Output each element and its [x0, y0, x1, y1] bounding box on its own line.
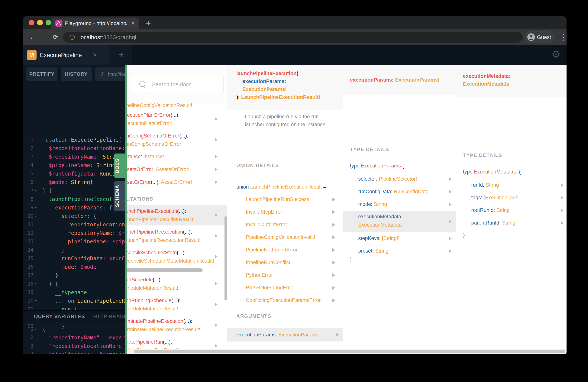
code-line-20[interactable]: 20▾ ... on LaunchPipelineRunSuccess {: [22, 297, 125, 305]
docs-panel-edge[interactable]: [125, 65, 127, 354]
code-line-19[interactable]: 19 __typename: [22, 288, 125, 297]
docs-item-instance[interactable]: instance: Instance!: [127, 150, 227, 163]
code-line-17[interactable]: 17 }: [22, 271, 125, 280]
minimize-window-button[interactable]: [37, 20, 43, 25]
fold-arrow-icon[interactable]: ▾: [35, 280, 40, 288]
code-line-4[interactable]: 4 "pipelineName": "metrics: [22, 350, 125, 354]
variables-editor[interactable]: 1▾{2 "repositoryName": "exper3 "reposito…: [22, 325, 125, 354]
query-editor[interactable]: 1mutation ExecutePipeline(2 $repositoryL…: [22, 136, 125, 331]
docs-item-preset[interactable]: preset: String: [343, 245, 456, 257]
docs-item-executionPlanOrError[interactable]: executionPlanOrError(...):ExecutionPlanO…: [127, 109, 227, 129]
code-line-9[interactable]: 9▾ executionParams: {: [22, 203, 125, 212]
docs-item-runId[interactable]: runId: String: [456, 179, 567, 191]
code-line-11[interactable]: 11 repositoryLocationName: $repositoryLo…: [22, 220, 125, 229]
tab-http-headers[interactable]: HTTP HEADERS: [93, 311, 125, 322]
code-line-16[interactable]: 16 mode: $mode: [22, 263, 125, 271]
docs-item-PipelineRunConflict[interactable]: PipelineRunConflict: [227, 256, 343, 269]
new-tab-button[interactable]: +: [146, 19, 151, 28]
code-text: ) {: [42, 187, 52, 195]
code-line-12[interactable]: 12 repositoryName: $repositoryName: [22, 229, 125, 237]
docs-item-launchPipelineExecution[interactable]: launchPipelineExecution(...):LaunchPipel…: [127, 205, 227, 226]
code-line-18[interactable]: 18▾ ) {: [22, 280, 125, 288]
code-line-2[interactable]: 2 $repositoryLocationName: String!: [22, 144, 125, 152]
code-line-13[interactable]: 13 pipelineName: $pipelineName: [22, 237, 125, 246]
endpoint-input[interactable]: ↺ http://loc: [95, 67, 125, 81]
docs-list-horizontal-scrollbar[interactable]: [127, 268, 203, 272]
close-playground-tab-icon[interactable]: ✕: [93, 45, 97, 64]
docs-item-parentRunId[interactable]: parentRunId: String: [456, 217, 567, 229]
docs-item-assetOrError[interactable]: assetOrError(...): AssetOrError!: [127, 176, 227, 189]
site-info-icon[interactable]: ⓘ: [69, 35, 75, 40]
back-icon[interactable]: ←: [29, 29, 37, 45]
variables-header: QUERY VARIABLES HTTP HEADERS: [22, 311, 125, 322]
new-playground-tab-button[interactable]: +: [110, 45, 132, 65]
fold-arrow-icon[interactable]: ▾: [35, 325, 40, 333]
code-line-4[interactable]: 4 $pipelineName: String!: [22, 161, 125, 170]
code-line-3[interactable]: 3 "repositoryLocationName": [22, 342, 125, 350]
forward-icon[interactable]: →: [41, 29, 48, 45]
line-number: 9: [22, 203, 34, 212]
docs-item-launchPipelineReexecution[interactable]: launchPipelineReexecution(...):LaunchPip…: [127, 226, 227, 246]
zoom-window-button[interactable]: [45, 20, 51, 25]
reload-icon[interactable]: ⟳: [53, 29, 58, 45]
docs-horizontal-scrollbar-thumb[interactable]: [134, 350, 565, 353]
code-line-5[interactable]: 5 $runConfigData: RunConfigData!: [22, 170, 125, 178]
docs-item-runConfigSchemaOrError[interactable]: runConfigSchemaOrError(...):RunConfigSch…: [127, 129, 227, 150]
docs-item-PresetNotFoundError[interactable]: PresetNotFoundError: [227, 281, 343, 294]
tab-query-variables[interactable]: QUERY VARIABLES: [34, 311, 85, 322]
reload-schema-icon[interactable]: ↺: [99, 71, 104, 77]
code-line-15[interactable]: 15 runConfigData: $runConfigData: [22, 254, 125, 263]
docs-item-terminatePipelineExecution[interactable]: terminatePipelineExecution(...):Terminat…: [127, 315, 227, 336]
docs-item-ConflictingExecutionParamsError[interactable]: ConflictingExecutionParamsError: [227, 294, 343, 307]
settings-gear-icon[interactable]: ⚙: [551, 49, 561, 60]
tab-docs[interactable]: DOCS: [114, 153, 125, 178]
docs-item-stopRunningSchedule[interactable]: stopRunningSchedule(...):ScheduleMutatio…: [127, 294, 227, 315]
address-bar[interactable]: ⓘ localhost:3333/graphql: [63, 32, 523, 42]
docs-item-runConfigData[interactable]: runConfigData: RunConfigData: [343, 185, 456, 198]
docs-item-PythonError[interactable]: PythonError: [227, 269, 343, 281]
code-line-1[interactable]: 1mutation ExecutePipeline(: [22, 136, 125, 144]
docs-item-InvalidOutputError[interactable]: InvalidOutputError: [227, 218, 343, 231]
docs-item-PipelineConfigValidationInvalid[interactable]: PipelineConfigValidationInvalid: [227, 231, 343, 244]
code-text: pipelineName: $pipelineName: [42, 237, 125, 246]
fold-arrow-icon[interactable]: ▾: [35, 187, 40, 195]
browser-menu-icon[interactable]: ⋮: [560, 30, 567, 44]
docs-item-InvalidStepError[interactable]: InvalidStepError: [227, 206, 343, 218]
close-tab-icon[interactable]: ✕: [131, 18, 135, 29]
docs-item-rootRunId[interactable]: rootRunId: String: [456, 204, 567, 217]
code-line-7[interactable]: 7▾) {: [22, 187, 125, 195]
docs-item-tags[interactable]: tags: [ExecutionTag!]: [456, 191, 567, 204]
docs-item-executionMetadata[interactable]: executionMetadata:ExecutionMetadata: [343, 211, 456, 232]
expand-arrow-icon: [333, 223, 335, 227]
expand-arrow-icon: [215, 323, 217, 327]
code-line-6[interactable]: 6 $mode: String!: [22, 178, 125, 187]
docs-item-PipelineNotFoundError[interactable]: PipelineNotFoundError: [227, 244, 343, 256]
fold-arrow-icon[interactable]: ▾: [35, 297, 40, 305]
code-line-2[interactable]: 2 "repositoryName": "exper: [22, 333, 125, 342]
docs-list-vertical-scrollbar[interactable]: [225, 216, 227, 300]
fold-arrow-icon[interactable]: ▾: [35, 203, 40, 212]
code-line-3[interactable]: 3 $repositoryName: String!: [22, 152, 125, 161]
docs-item-reconcileSchedulerState[interactable]: reconcileSchedulerState(...):ReconcileSc…: [127, 246, 227, 267]
docs-search-input[interactable]: Search the docs ...: [132, 76, 224, 93]
docs-item-startSchedule[interactable]: startSchedule(...):ScheduleMutationResul…: [127, 273, 227, 294]
docs-item-executionParams-arg[interactable]: executionParams: ExecutionParams!: [227, 328, 343, 341]
history-button[interactable]: HISTORY: [61, 67, 92, 81]
profile-button[interactable]: Guest: [525, 31, 554, 43]
docs-item-mode[interactable]: mode: String: [343, 198, 456, 211]
code-line-8[interactable]: 8 launchPipelineExecution(: [22, 195, 125, 203]
tab-schema[interactable]: SCHEMA: [114, 181, 125, 211]
fold-arrow-icon[interactable]: ▾: [35, 212, 40, 220]
docs-item-LaunchPipelineRunSuccess[interactable]: LaunchPipelineRunSuccess: [227, 193, 343, 206]
line-number: 3: [22, 152, 34, 161]
docs-item-assetsOrError[interactable]: assetsOrError: AssetsOrError!: [127, 163, 227, 176]
code-line-10[interactable]: 10▾ selector: {: [22, 212, 125, 220]
docs-item-stepKeys[interactable]: stepKeys: [String!]: [343, 232, 456, 245]
close-window-button[interactable]: [29, 20, 34, 25]
browser-tab-active[interactable]: Playground - http://localhost:3 ✕: [51, 18, 139, 29]
prettify-button[interactable]: PRETTIFY: [26, 67, 58, 81]
docs-item-selector[interactable]: selector: PipelineSelector!: [343, 173, 456, 185]
playground-tab-active[interactable]: M ExecutePipeline ✕: [22, 45, 110, 65]
code-line-1[interactable]: 1▾{: [22, 325, 125, 333]
code-line-14[interactable]: 14 }: [22, 246, 125, 254]
